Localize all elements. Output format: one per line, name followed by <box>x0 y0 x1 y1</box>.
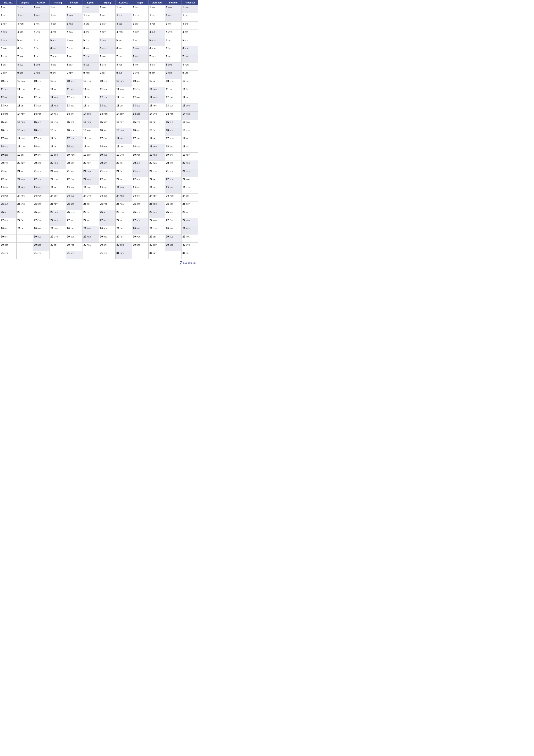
day-cell <box>50 251 66 259</box>
day-name: PON <box>169 195 173 197</box>
day-cell: 21 UTO <box>149 169 165 177</box>
day-name: PON <box>186 121 190 123</box>
day-name: PON <box>136 178 140 180</box>
day-cell: 2 NED <box>16 14 33 21</box>
day-name: PON <box>87 187 91 189</box>
day-number: 20 <box>17 161 20 164</box>
day-name: SRI <box>70 228 74 230</box>
day-name: SUB <box>53 154 58 156</box>
day-number: 1 <box>50 6 52 9</box>
day-number: 1 <box>182 6 184 9</box>
day-number: 25 <box>83 202 86 205</box>
day-name: UTO <box>70 105 74 107</box>
day-number: 13 <box>67 104 70 107</box>
day-cell: 15 UTO <box>99 120 115 128</box>
day-name: SRI <box>167 39 171 41</box>
day-number: 7 <box>149 55 151 58</box>
day-name: SRI <box>169 154 173 156</box>
day-cell: 3 NED <box>66 21 83 30</box>
day-cell: 22 PON <box>132 177 149 185</box>
day-number: 25 <box>182 202 185 205</box>
day-number: 23 <box>17 186 20 189</box>
day-number: 1 <box>100 6 101 9</box>
day-number: 9 <box>1 71 2 74</box>
day-cell: 4 UTO <box>16 30 33 38</box>
day-cell <box>16 243 33 251</box>
day-name: NED <box>53 219 58 222</box>
day-name: SUB <box>20 178 25 180</box>
day-cell: 16 ČET <box>149 128 165 136</box>
day-cell: 15 PET <box>115 120 132 128</box>
day-cell: 10 PET <box>149 79 165 87</box>
day-cell: 27 PON <box>149 218 165 226</box>
day-name: SRI <box>186 252 189 254</box>
day-number: 18 <box>116 145 119 148</box>
day-name: PET <box>136 154 140 156</box>
day-number: 23 <box>34 186 37 189</box>
day-cell: 23 UTO <box>132 185 149 194</box>
day-number: 11 <box>50 88 53 91</box>
day-cell: 24 PET <box>0 194 16 202</box>
day-number: 13 <box>149 104 152 107</box>
day-name: NED <box>53 105 58 107</box>
day-cell: 22 PET <box>115 177 132 185</box>
day-name: ČET <box>119 228 124 230</box>
day-cell: 14 SRI <box>66 112 83 120</box>
day-cell: 23 ČET <box>0 185 16 194</box>
day-number: 16 <box>83 129 86 132</box>
day-number: 29 <box>83 235 86 238</box>
day-cell: 17 PON <box>16 136 33 145</box>
day-name: UTO <box>152 228 157 230</box>
day-number: 15 <box>34 121 37 123</box>
day-number: 31 <box>1 252 4 255</box>
day-number: 3 <box>83 22 85 25</box>
day-number: 22 <box>34 178 37 181</box>
day-name: ČET <box>169 162 173 164</box>
day-name: ČET <box>186 203 190 205</box>
day-number: 16 <box>182 129 185 132</box>
day-number: 21 <box>116 170 119 173</box>
day-name: SUB <box>167 7 172 9</box>
day-name: PET <box>119 121 124 123</box>
day-cell: 16 SRI <box>50 128 66 136</box>
day-number: 5 <box>50 39 52 41</box>
day-name: SUB <box>3 31 7 33</box>
day-cell: 8 SUB <box>165 63 182 71</box>
day-cell: 27 PON <box>0 218 16 226</box>
day-number: 6 <box>133 47 134 50</box>
day-cell: 20 NED <box>99 161 115 169</box>
day-cell: 18 SRI <box>83 145 99 152</box>
day-number: 8 <box>67 63 68 66</box>
day-number: 9 <box>100 71 101 74</box>
day-name: ČET <box>4 187 8 189</box>
day-name: SRI <box>102 15 105 17</box>
day-number: 13 <box>34 104 37 107</box>
day-cell: 23 UTO <box>182 185 198 194</box>
day-cell: 5 SUB <box>99 38 115 46</box>
day-cell: 29 SRI <box>149 234 165 243</box>
day-cell: 19 PET <box>132 152 149 161</box>
day-cell: 30 SRI <box>99 243 115 251</box>
day-cell: 25 UTO <box>33 202 50 210</box>
day-name: ČET <box>37 219 41 222</box>
day-cell: 23 SRI <box>50 185 66 194</box>
day-cell: 31 SRI <box>182 251 198 259</box>
day-name: ČET <box>3 15 7 17</box>
day-number: 7 <box>67 55 68 58</box>
day-number: 4 <box>116 30 118 33</box>
day-cell: 18 UTO <box>33 145 50 152</box>
month-header-5: Svibanj <box>66 0 83 5</box>
day-name: PON <box>118 31 122 33</box>
day-number: 12 <box>166 96 169 99</box>
day-cell: 13 PON <box>149 103 165 112</box>
day-name: UTO <box>118 39 122 41</box>
day-name: PET <box>136 96 140 99</box>
day-name: SRI <box>119 105 123 107</box>
day-cell: 24 PON <box>165 194 182 202</box>
day-name: UTO <box>119 211 124 213</box>
day-number: 14 <box>133 112 136 115</box>
day-name: ČET <box>20 105 25 107</box>
day-name: PON <box>19 23 23 25</box>
day-name: UTO <box>102 64 106 66</box>
day-cell: 25 UTO <box>165 202 182 210</box>
